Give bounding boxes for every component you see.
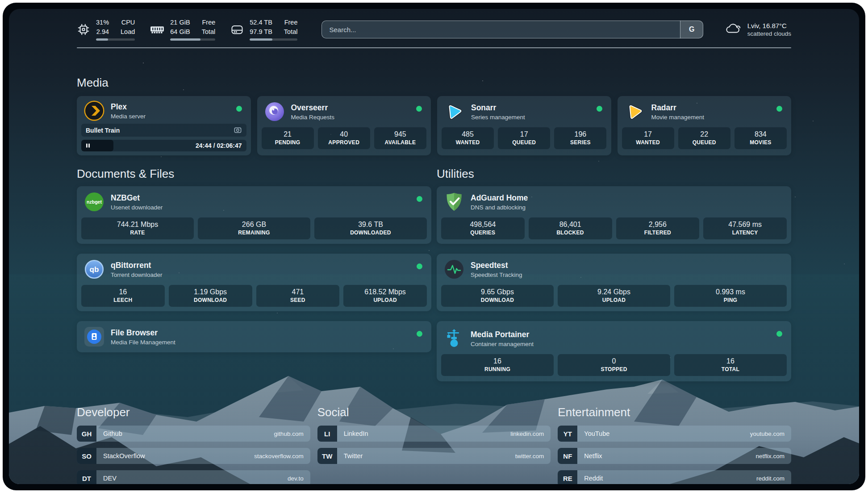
status-dot — [417, 263, 422, 269]
app-name: Media Portainer — [471, 330, 534, 339]
cast-icon[interactable] — [234, 126, 242, 134]
filebrowser-card[interactable]: File Browser Media File Management — [77, 321, 431, 352]
adguard-icon — [444, 192, 464, 212]
plex-player-bar[interactable]: 24:44 / 02:06:47 — [81, 140, 246, 151]
app-desc: Torrent downloader — [111, 272, 163, 278]
disk-free: 52.4 TB — [250, 18, 272, 26]
weather-condition: scattered clouds — [747, 30, 791, 37]
bookmark-github[interactable]: GH Github github.com — [77, 426, 310, 442]
bookmark-youtube[interactable]: YT YouTube youtube.com — [558, 426, 791, 442]
status-dot — [416, 106, 422, 112]
sonarr-card[interactable]: Sonarr Series management 485WANTED 17QUE… — [437, 96, 611, 155]
cpu-widget: 31% 2.94 CPU Load — [77, 18, 135, 40]
documents-column: Documents & Files nzbget NZBGet Usenet d… — [77, 167, 431, 386]
stat-queued: 17QUEUED — [498, 127, 550, 149]
bookmark-stackoverflow[interactable]: SO StackOverflow stackoverflow.com — [77, 448, 310, 464]
portainer-icon — [444, 328, 464, 349]
utilities-column: Utilities AdGuard Home — [437, 167, 791, 386]
app-desc: Media server — [111, 113, 146, 120]
plex-now-playing: Bullet Train — [81, 124, 246, 137]
stat-upload: 618.52 MbpsUPLOAD — [343, 285, 427, 307]
bookmark-abbr: LI — [317, 426, 337, 442]
bookmark-netflix[interactable]: NF Netflix netflix.com — [558, 448, 791, 464]
window-frame: 31% 2.94 CPU Load — [3, 3, 865, 490]
speedtest-icon — [444, 259, 464, 280]
adguard-card[interactable]: AdGuard Home DNS and adblocking 498,564Q… — [437, 186, 791, 244]
bookmark-abbr: NF — [558, 448, 577, 464]
bookmark-name: Github — [96, 430, 122, 437]
plex-card[interactable]: Plex Media server Bullet Train — [77, 96, 251, 155]
developer-group: Developer GH Github github.com SO StackO… — [77, 405, 310, 484]
bookmark-abbr: SO — [77, 448, 96, 464]
social-group: Social LI LinkedIn linkedin.com TW Twitt… — [317, 405, 551, 484]
bookmark-linkedin[interactable]: LI LinkedIn linkedin.com — [317, 426, 551, 442]
bookmark-name: LinkedIn — [337, 430, 368, 437]
overseerr-card[interactable]: Overseerr Media Requests 21PENDING 40APP… — [257, 96, 431, 155]
section-title-developer: Developer — [77, 405, 310, 419]
stat-leech: 16LEECH — [81, 285, 165, 307]
bookmark-twitter[interactable]: TW Twitter twitter.com — [317, 448, 551, 464]
ram-labels: Free Total — [202, 18, 216, 35]
ram-icon — [150, 24, 164, 35]
overseerr-icon — [264, 101, 285, 122]
speedtest-card[interactable]: Speedtest Speedtest Tracking 9.65 GbpsDO… — [437, 254, 791, 311]
app-desc: Usenet downloader — [111, 204, 163, 211]
portainer-card[interactable]: Media Portainer Container management 16R… — [437, 321, 791, 381]
app-name: NZBGet — [111, 193, 163, 203]
bookmark-dev[interactable]: DT DEV dev.to — [77, 470, 310, 484]
disk-total-label: Total — [284, 28, 298, 36]
cpu-icon — [77, 23, 90, 36]
bookmark-abbr: DT — [77, 470, 96, 484]
disk-labels: Free Total — [284, 18, 298, 35]
cpu-usage-label: CPU — [121, 18, 135, 26]
cloud-icon — [725, 22, 742, 37]
app-name: Speedtest — [471, 261, 522, 270]
pause-icon[interactable] — [85, 143, 91, 148]
qbittorrent-card[interactable]: qb qBittorrent Torrent downloader 16LEEC… — [77, 254, 431, 311]
cpu-values: 31% 2.94 — [96, 18, 109, 35]
nzbget-card[interactable]: nzbget NZBGet Usenet downloader 744.21 M… — [77, 186, 431, 244]
section-title-entertainment: Entertainment — [558, 405, 791, 419]
bookmark-domain: twitter.com — [515, 453, 551, 460]
bookmark-domain: netflix.com — [755, 453, 791, 460]
bookmark-domain: dev.to — [288, 475, 310, 482]
stat-total: 16TOTAL — [674, 354, 787, 376]
bookmark-abbr: YT — [558, 426, 577, 442]
cpu-labels: CPU Load — [121, 18, 135, 35]
top-bar: 31% 2.94 CPU Load — [77, 17, 791, 42]
disk-total: 97.9 TB — [250, 28, 272, 36]
weather-widget: Lviv, 16.87°C scattered clouds — [725, 22, 791, 37]
nzbget-icon: nzbget — [84, 192, 104, 212]
bookmark-domain: stackoverflow.com — [254, 453, 310, 460]
bookmark-reddit[interactable]: RE Reddit reddit.com — [558, 470, 791, 484]
disk-icon — [230, 24, 244, 35]
svg-text:qb: qb — [90, 265, 99, 274]
stat-ping: 0.993 msPING — [674, 285, 787, 307]
bookmark-domain: youtube.com — [750, 430, 791, 437]
search-provider-button[interactable]: G — [680, 21, 703, 38]
bookmark-name: DEV — [96, 475, 117, 482]
bookmark-name: Netflix — [577, 452, 602, 460]
bookmark-domain: reddit.com — [756, 475, 791, 482]
section-title-documents: Documents & Files — [77, 167, 431, 181]
stat-stopped: 0STOPPED — [558, 354, 670, 376]
ram-values: 21 GiB 64 GiB — [170, 18, 190, 35]
stat-upload: 9.24 GbpsUPLOAD — [558, 285, 670, 307]
app-desc: Media Requests — [291, 114, 335, 121]
app-desc: Container management — [471, 341, 534, 347]
search-input[interactable] — [321, 21, 703, 38]
ram-total-label: Total — [202, 28, 216, 36]
bookmark-abbr: RE — [558, 470, 577, 484]
app-name: AdGuard Home — [471, 193, 528, 203]
stat-running: 16RUNNING — [441, 354, 554, 376]
bookmark-domain: github.com — [274, 430, 310, 437]
status-dot — [417, 331, 422, 337]
disk-free-label: Free — [284, 18, 298, 26]
now-playing-title: Bullet Train — [86, 127, 120, 134]
stat-filtered: 2,956FILTERED — [616, 217, 700, 239]
qbittorrent-icon: qb — [84, 259, 104, 280]
bookmark-name: YouTube — [577, 430, 609, 437]
radarr-card[interactable]: Radarr Movie management 17WANTED 22QUEUE… — [618, 96, 792, 155]
status-dot — [597, 106, 602, 112]
stat-available: 945AVAILABLE — [374, 127, 426, 149]
